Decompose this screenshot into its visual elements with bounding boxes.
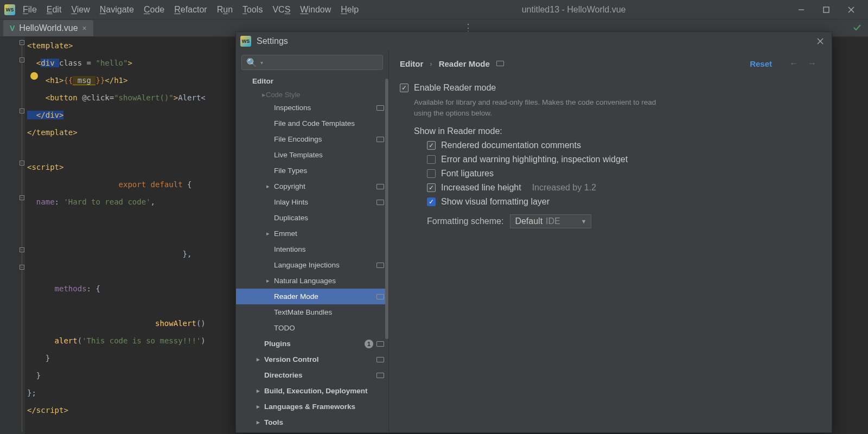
tree-category[interactable]: ▸Version Control xyxy=(236,352,388,367)
tree-scrollbar[interactable] xyxy=(384,73,388,432)
tree-item[interactable]: Language Injections xyxy=(236,257,388,273)
enable-reader-mode-label: Enable Reader mode xyxy=(414,83,496,93)
scope-badge-icon xyxy=(376,341,384,347)
breadcrumb-root[interactable]: Editor xyxy=(400,59,423,68)
scheme-select[interactable]: Default IDE ▼ xyxy=(510,214,591,228)
menu-navigate[interactable]: Navigate xyxy=(100,5,134,15)
chevron-right-icon: ▸ xyxy=(252,403,264,410)
settings-search-input[interactable]: 🔍 ▾ xyxy=(241,55,383,70)
tree-item[interactable]: TODO xyxy=(236,320,388,336)
tree-item-label: TODO xyxy=(274,324,384,332)
minimize-button[interactable] xyxy=(789,0,814,20)
scheme-hint: IDE xyxy=(546,216,560,226)
lineheight-checkbox[interactable] xyxy=(427,183,436,192)
tree-item[interactable]: Inspections xyxy=(236,100,388,116)
tree-category[interactable]: Directories xyxy=(236,367,388,383)
tree-item[interactable]: File Types xyxy=(236,163,388,178)
tree-category[interactable]: ▸Languages & Frameworks xyxy=(236,399,388,414)
scope-badge-icon xyxy=(376,184,384,189)
tree-item[interactable]: File Encodings xyxy=(236,131,388,147)
enable-reader-mode-row: Enable Reader mode xyxy=(400,83,816,93)
reset-button[interactable]: Reset xyxy=(750,59,772,68)
forward-arrow-icon[interactable]: → xyxy=(808,59,816,68)
menu-tools[interactable]: Tools xyxy=(242,5,263,15)
breadcrumb: Editor › Reader Mode Reset ← → xyxy=(400,50,816,76)
chevron-right-icon: ▸ xyxy=(262,183,274,190)
file-tab[interactable]: V HelloWorld.vue × xyxy=(3,20,93,36)
menu-run[interactable]: Run xyxy=(217,5,233,15)
tree-item[interactable]: Duplicates xyxy=(236,210,388,226)
tree-item-label: Version Control xyxy=(264,355,376,363)
settings-close-button[interactable] xyxy=(813,34,827,48)
scope-badge-icon xyxy=(376,200,384,205)
tree-item[interactable]: Inlay Hints xyxy=(236,194,388,210)
settings-title: Settings xyxy=(257,36,288,46)
rendered-comments-checkbox[interactable] xyxy=(427,141,436,150)
errors-checkbox[interactable] xyxy=(427,155,436,164)
enable-reader-mode-checkbox[interactable] xyxy=(400,84,409,92)
tree-item-label: Language Injections xyxy=(274,261,376,269)
fold-toggle[interactable]: − xyxy=(20,108,24,113)
visual-formatting-checkbox[interactable] xyxy=(427,197,436,206)
tree-item-label: Live Templates xyxy=(274,151,384,159)
tree-item-label: File and Code Templates xyxy=(274,119,384,127)
back-arrow-icon[interactable]: ← xyxy=(789,59,798,68)
chevron-right-icon: ▸ xyxy=(262,230,274,237)
menu-refactor[interactable]: Refactor xyxy=(174,5,207,15)
tree-category-editor[interactable]: Editor xyxy=(236,73,388,89)
tree-item[interactable]: Live Templates xyxy=(236,147,388,163)
tree-item[interactable]: ▸Emmet xyxy=(236,226,388,241)
tree-item[interactable]: File and Code Templates xyxy=(236,116,388,131)
chevron-right-icon: ▸ xyxy=(252,419,264,426)
scope-badge-icon xyxy=(376,357,384,362)
fold-toggle[interactable]: − xyxy=(20,247,24,252)
close-icon xyxy=(817,38,824,44)
fold-toggle[interactable]: − xyxy=(20,161,24,165)
vue-icon: V xyxy=(10,24,15,33)
menu-help[interactable]: Help xyxy=(341,5,359,15)
menu-view[interactable]: View xyxy=(71,5,90,15)
tab-filename: HelloWorld.vue xyxy=(19,23,78,33)
tree-item-label: Duplicates xyxy=(274,214,384,222)
app-icon: WS xyxy=(4,4,15,15)
tree-item[interactable]: Reader Mode xyxy=(236,289,388,304)
fold-toggle[interactable]: − xyxy=(20,40,24,45)
visual-formatting-label: Show visual formatting layer xyxy=(441,197,550,207)
chevron-down-icon: ▼ xyxy=(581,218,587,225)
tree-category[interactable]: ▸Tools xyxy=(236,414,388,430)
tree-item-label: Reader Mode xyxy=(274,292,376,301)
tree-category[interactable]: ▸Build, Execution, Deployment xyxy=(236,383,388,399)
tree-item-label: File Types xyxy=(274,167,384,175)
menu-code[interactable]: Code xyxy=(144,5,164,15)
tree-item-label: Tools xyxy=(264,418,384,426)
fold-toggle[interactable]: − xyxy=(20,195,24,200)
tree-item[interactable]: TextMate Bundles xyxy=(236,304,388,320)
fold-toggle[interactable]: − xyxy=(20,265,24,270)
tree-category[interactable]: Plugins1 xyxy=(236,336,388,352)
tree-item[interactable]: Intentions xyxy=(236,241,388,257)
ligatures-label: Font ligatures xyxy=(441,169,494,178)
app-icon: WS xyxy=(240,36,251,47)
count-badge: 1 xyxy=(365,340,373,348)
inspection-status[interactable] xyxy=(846,19,868,36)
tree-item-faded: ▸Code Style xyxy=(236,89,388,100)
titlebar: WS File Edit View Navigate Code Refactor… xyxy=(0,0,868,20)
tab-close-icon[interactable]: × xyxy=(82,24,87,33)
close-button[interactable] xyxy=(839,0,864,20)
tree-item-label: Inlay Hints xyxy=(274,198,376,206)
show-in-reader-label: Show in Reader mode: xyxy=(414,126,816,136)
menu-vcs[interactable]: VCS xyxy=(272,5,290,15)
menu-edit[interactable]: Edit xyxy=(47,5,62,15)
checkmark-icon xyxy=(853,23,861,32)
menu-file[interactable]: File xyxy=(23,5,37,15)
tree-item[interactable]: ▸Copyright xyxy=(236,178,388,194)
maximize-button[interactable] xyxy=(814,0,839,20)
chevron-right-icon: ▸ xyxy=(262,277,274,284)
fold-toggle[interactable]: − xyxy=(20,58,24,62)
scope-badge-icon xyxy=(376,263,384,268)
settings-tree[interactable]: Editor ▸Code Style InspectionsFile and C… xyxy=(236,73,388,432)
menu-window[interactable]: Window xyxy=(300,5,331,15)
ligatures-checkbox[interactable] xyxy=(427,169,436,178)
tree-item[interactable]: ▸Natural Languages xyxy=(236,273,388,289)
tree-item-label: Emmet xyxy=(274,229,384,238)
